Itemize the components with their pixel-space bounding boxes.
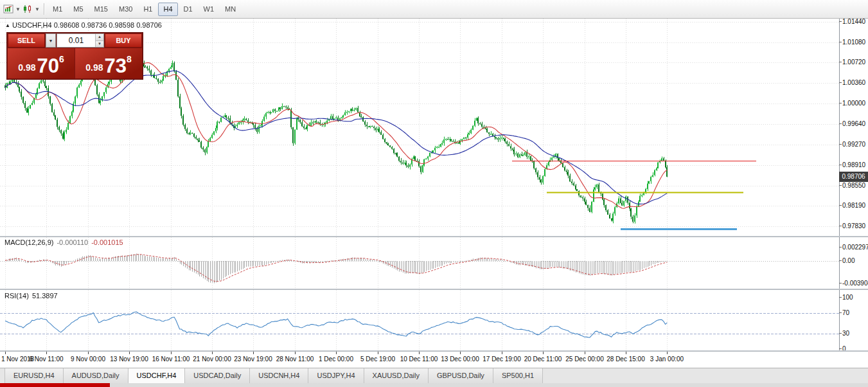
time-axis-label: 28 Dec 15:00 bbox=[607, 356, 645, 363]
chart-type-icon[interactable] bbox=[21, 3, 34, 15]
chart-tab-sp500[interactable]: SP500,H1 bbox=[493, 368, 543, 383]
timeframe-m5[interactable]: M5 bbox=[68, 3, 88, 16]
time-axis-label: 1 Dec 00:00 bbox=[319, 356, 353, 363]
symbol-info: ▲USDCHF,H4 0.98608 0.98736 0.98598 0.987… bbox=[5, 21, 162, 29]
time-axis-label: 20 Dec 11:00 bbox=[524, 356, 562, 363]
bottom-red-strip bbox=[0, 383, 110, 387]
time-axis-tick bbox=[626, 352, 626, 354]
price-scale-label: 0.99640 bbox=[842, 120, 865, 128]
time-axis-label: 6 Nov 11:00 bbox=[29, 356, 63, 363]
time-axis-label: 13 Dec 00:00 bbox=[441, 356, 479, 363]
panel-separator[interactable] bbox=[0, 289, 868, 290]
macd-name: MACD(12,26,9) bbox=[4, 239, 53, 246]
time-axis[interactable]: 1 Nov 20186 Nov 11:009 Nov 00:0013 Nov 1… bbox=[0, 352, 868, 368]
time-axis-tick bbox=[543, 352, 544, 354]
macd-scale-label: -0.003904 bbox=[842, 280, 868, 287]
time-axis-label: 3 Jan 00:00 bbox=[650, 356, 684, 363]
sell-price-big: 70 bbox=[37, 56, 58, 76]
sell-button[interactable]: SELL bbox=[8, 33, 45, 48]
rsi-label: RSI(14)51.3897 bbox=[4, 292, 58, 300]
sell-price-base: 0.98 bbox=[18, 62, 35, 73]
macd-label: MACD(12,26,9)-0.000110-0.001015 bbox=[4, 239, 123, 246]
time-axis-label: 10 Dec 11:00 bbox=[400, 356, 438, 363]
time-axis-tick bbox=[88, 352, 89, 354]
chart-tab-xauusd[interactable]: XAUUSD,Daily bbox=[364, 368, 429, 383]
time-axis-tick bbox=[585, 352, 585, 354]
volume-field: ▲ ▼ bbox=[57, 33, 104, 48]
time-axis-label: 25 Dec 00:00 bbox=[565, 356, 604, 363]
time-axis-tick bbox=[460, 352, 461, 354]
volume-dropdown-button[interactable]: ▼ bbox=[46, 33, 56, 48]
timeframe-m30[interactable]: M30 bbox=[114, 3, 137, 16]
price-scale-label: 1.00000 bbox=[842, 100, 865, 107]
chart-tab-usdjpy[interactable]: USDJPY,H4 bbox=[308, 368, 364, 383]
macd-scale-label: 0.002297 bbox=[842, 244, 868, 251]
rsi-scale-label: 70 bbox=[842, 309, 849, 317]
time-axis-tick bbox=[295, 352, 296, 354]
chart-tabs: EURUSD,H4AUDUSD,DailyUSDCHF,H4USDCAD,Dai… bbox=[0, 368, 868, 383]
price-scale-label: 1.01080 bbox=[842, 39, 865, 46]
chevron-down-icon[interactable]: ▼ bbox=[34, 3, 40, 15]
chart-tab-usdchf[interactable]: USDCHF,H4 bbox=[128, 368, 186, 383]
time-axis-label: 5 Dec 19:00 bbox=[360, 356, 395, 363]
time-axis-label: 13 Nov 19:00 bbox=[110, 356, 148, 363]
chart-tab-audusd[interactable]: AUDUSD,Daily bbox=[64, 368, 128, 383]
chart-tab-eurusd[interactable]: EURUSD,H4 bbox=[4, 368, 64, 383]
buy-price-sup: 8 bbox=[127, 54, 132, 64]
chart-tab-gbpusd[interactable]: GBPUSD,Daily bbox=[429, 368, 493, 383]
buy-button[interactable]: BUY bbox=[105, 33, 142, 48]
rsi-scale-label: 100 bbox=[842, 294, 853, 302]
time-axis-label: 23 Nov 19:00 bbox=[234, 356, 272, 363]
buy-price-tile[interactable]: 0.98738 bbox=[75, 48, 142, 78]
price-scale-label: 0.99270 bbox=[842, 141, 865, 148]
price-scale-label: 0.98550 bbox=[842, 182, 865, 190]
timeframe-toolbar: M1M5M15M30H1H4D1W1MN bbox=[48, 3, 241, 16]
rsi-value: 51.3897 bbox=[32, 292, 58, 300]
macd-scale-label: 0.00 bbox=[842, 257, 855, 265]
timeframe-h1[interactable]: H1 bbox=[138, 3, 157, 16]
time-axis-tick bbox=[502, 352, 502, 354]
time-axis-tick bbox=[46, 352, 47, 354]
timeframe-h4[interactable]: H4 bbox=[158, 3, 177, 16]
price-scale-label: 1.01440 bbox=[842, 18, 865, 26]
macd-value-signal: -0.001015 bbox=[91, 239, 123, 246]
ohlc-values: 0.98608 0.98736 0.98598 0.98706 bbox=[54, 21, 162, 29]
volume-input[interactable] bbox=[57, 34, 95, 47]
timeframe-w1[interactable]: W1 bbox=[199, 3, 220, 16]
time-axis-tick bbox=[171, 352, 172, 354]
mt4-window: ▼ ▼ M1M5M15M30H1H4D1W1MN 0.98706 ▲USDCHF… bbox=[0, 0, 868, 387]
timeframe-m1[interactable]: M1 bbox=[48, 3, 67, 16]
time-axis-label: 17 Dec 19:00 bbox=[483, 356, 521, 363]
time-axis-label: 28 Nov 11:00 bbox=[276, 356, 314, 363]
toolbar-separator bbox=[44, 3, 44, 15]
volume-decrease-button[interactable]: ▼ bbox=[96, 41, 103, 48]
buy-price-base: 0.98 bbox=[85, 62, 103, 73]
chart-window-icon[interactable] bbox=[2, 3, 15, 15]
chart-tab-usdcnh[interactable]: USDCNH,H4 bbox=[250, 368, 308, 383]
sell-price-tile[interactable]: 0.98706 bbox=[8, 48, 75, 78]
panel-separator[interactable] bbox=[0, 350, 868, 352]
chart-marker-icon: ▲ bbox=[5, 22, 10, 28]
chart-tab-usdcad[interactable]: USDCAD,Daily bbox=[185, 368, 250, 383]
chevron-down-icon[interactable]: ▼ bbox=[15, 3, 21, 15]
volume-increase-button[interactable]: ▲ bbox=[96, 34, 103, 41]
rsi-scale-label: 0 bbox=[842, 345, 846, 353]
time-axis-tick bbox=[212, 352, 213, 354]
sell-price-sup: 6 bbox=[59, 54, 64, 64]
one-click-trading-panel: SELL ▼ ▲ ▼ BUY 0.98706 0.98738 bbox=[6, 32, 143, 80]
time-axis-tick bbox=[253, 352, 254, 354]
chevron-down-icon: ▼ bbox=[49, 39, 53, 43]
timeframe-m15[interactable]: M15 bbox=[89, 3, 113, 16]
timeframe-d1[interactable]: D1 bbox=[179, 3, 198, 16]
macd-panel[interactable] bbox=[0, 237, 839, 289]
rsi-panel[interactable] bbox=[0, 290, 839, 350]
symbol-name: USDCHF,H4 bbox=[12, 21, 52, 29]
time-axis-label: 21 Nov 00:00 bbox=[193, 356, 231, 363]
panel-separator[interactable] bbox=[0, 236, 868, 237]
buy-price-big: 73 bbox=[104, 56, 126, 76]
timeframe-mn[interactable]: MN bbox=[220, 3, 241, 16]
time-axis-tick bbox=[419, 352, 420, 354]
toolbar: ▼ ▼ M1M5M15M30H1H4D1W1MN bbox=[0, 0, 868, 19]
time-axis-tick bbox=[129, 352, 130, 354]
current-price-badge: 0.98706 bbox=[839, 172, 868, 182]
